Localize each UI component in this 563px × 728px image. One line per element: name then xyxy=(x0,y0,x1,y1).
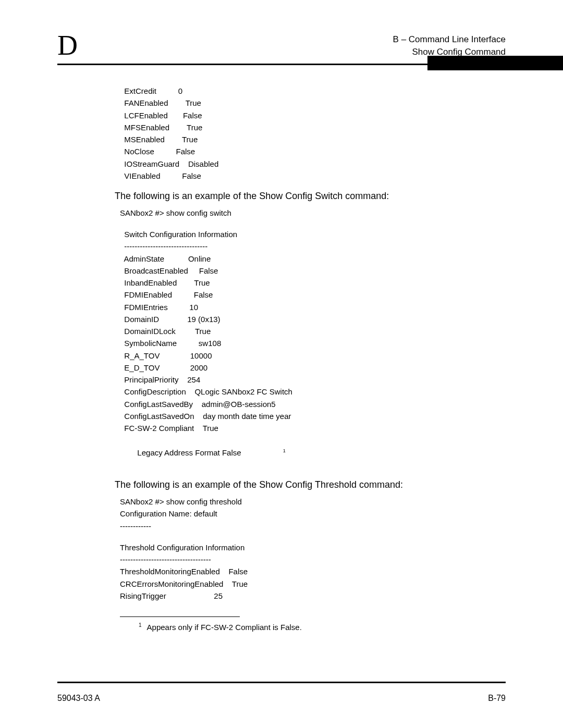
header-line1: B – Command Line Interface xyxy=(393,33,506,46)
config-row: ThresholdMonitoringEnabled False xyxy=(120,565,506,577)
config-row: ConfigLastSavedOn day month date time ye… xyxy=(120,410,506,422)
config-block-3: ThresholdMonitoringEnabled FalseCRCError… xyxy=(120,565,506,602)
config-row: ConfigLastSavedBy admin@OB-session5 xyxy=(120,398,506,410)
block3-title: Threshold Configuration Information xyxy=(120,541,506,553)
footnote-num: 1 xyxy=(139,622,142,628)
config-row: AdminState Online xyxy=(120,253,506,265)
block3-sep1: ------------ xyxy=(120,520,506,532)
config-row: RisingTrigger 25 xyxy=(120,590,506,602)
heading-threshold: The following is an example of the Show … xyxy=(115,478,506,492)
footnote-rule xyxy=(120,616,240,617)
config-row: IOStreamGuard Disabled xyxy=(120,158,506,170)
config-row: NoClose False xyxy=(120,145,506,157)
footer-left: 59043-03 A xyxy=(57,694,100,703)
config-row: MFSEnabled True xyxy=(120,121,506,133)
config-row: FANEnabled True xyxy=(120,97,506,109)
page-content: ExtCredit 0 FANEnabled True LCFEnabled F… xyxy=(57,65,506,633)
footer-rule xyxy=(57,682,506,683)
legacy-value: False xyxy=(222,448,241,457)
config-row: ConfigDescription QLogic SANbox2 FC Swit… xyxy=(120,386,506,398)
legacy-key: Legacy Address Format xyxy=(133,448,222,457)
config-row: PrincipalPriority 254 xyxy=(120,374,506,386)
footer-right: B-79 xyxy=(488,694,506,703)
block3-cfg: Configuration Name: default xyxy=(120,508,506,520)
config-block-1: ExtCredit 0 FANEnabled True LCFEnabled F… xyxy=(120,85,506,182)
page-footer: 59043-03 A B-79 xyxy=(57,694,506,703)
config-row: LCFEnabled False xyxy=(120,109,506,121)
block3-sep2: ----------------------------------- xyxy=(120,553,506,565)
config-row: FC-SW-2 Compliant True xyxy=(120,422,506,434)
config-row: SymbolicName sw108 xyxy=(120,337,506,349)
config-row: InbandEnabled True xyxy=(120,277,506,289)
config-row: MSEnabled True xyxy=(120,133,506,145)
block2-last-row: Legacy Address Format False1 xyxy=(120,434,506,471)
cmd-threshold: SANbox2 #> show config threshold xyxy=(120,496,506,508)
config-row: DomainID 19 (0x13) xyxy=(120,313,506,325)
config-block-2: AdminState Online BroadcastEnabled False… xyxy=(120,253,506,435)
config-row: DomainIDLock True xyxy=(120,325,506,337)
block2-sep: -------------------------------- xyxy=(120,240,506,252)
footnote-ref-1: 1 xyxy=(283,448,286,453)
footnote-text: Appears only if FC-SW-2 Compliant is Fal… xyxy=(147,623,302,632)
config-row: FDMIEntries 10 xyxy=(120,301,506,313)
header-tab xyxy=(427,56,563,70)
config-row: R_A_TOV 10000 xyxy=(120,350,506,362)
footnote-1: 1Appears only if FC-SW-2 Compliant is Fa… xyxy=(120,621,506,633)
config-row: E_D_TOV 2000 xyxy=(120,362,506,374)
header-right: B – Command Line Interface Show Config C… xyxy=(393,31,506,58)
config-row: CRCErrorsMonitoringEnabled True xyxy=(120,578,506,590)
cmd-switch: SANbox2 #> show config switch xyxy=(120,207,506,219)
heading-switch: The following is an example of the Show … xyxy=(115,189,506,204)
config-row: BroadcastEnabled False xyxy=(120,265,506,277)
config-row: FDMIEnabled False xyxy=(120,289,506,301)
block2-title: Switch Configuration Information xyxy=(120,228,506,240)
config-row: ExtCredit 0 xyxy=(120,85,506,97)
section-letter: D xyxy=(57,31,78,59)
config-row: VIEnabled False xyxy=(120,170,506,182)
